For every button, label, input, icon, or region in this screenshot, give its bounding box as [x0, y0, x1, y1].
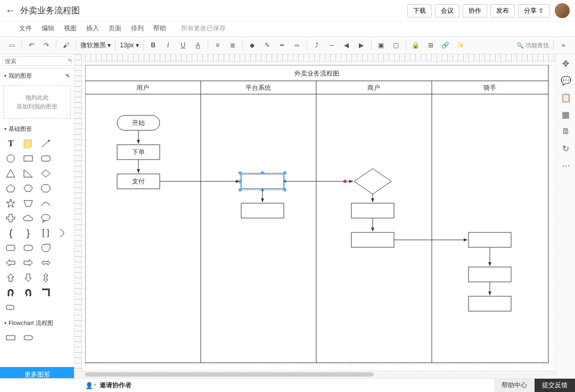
publish-button[interactable]: 发布	[490, 4, 515, 18]
fill-icon[interactable]: ◆	[246, 39, 259, 52]
search-edit-icon[interactable]: ✎	[68, 57, 72, 63]
link-icon[interactable]: 🔗	[439, 39, 452, 52]
shape-arrow-r[interactable]	[21, 256, 36, 269]
refresh-icon[interactable]: ↻	[560, 143, 572, 154]
node-merchant-2[interactable]	[351, 232, 394, 247]
shape-diamond[interactable]	[38, 167, 54, 180]
shape-brace-r[interactable]: }	[21, 227, 36, 239]
front-icon[interactable]: ▣	[375, 39, 388, 52]
node-rider-2[interactable]	[469, 267, 511, 282]
download-button[interactable]: 下载	[407, 4, 432, 18]
shape-line[interactable]	[38, 137, 54, 150]
undo-icon[interactable]: ↶	[25, 39, 38, 52]
group-flowchart[interactable]: Flowchart 流程图	[0, 316, 74, 329]
menu-help[interactable]: 帮助	[153, 24, 166, 33]
shape-arc[interactable]	[38, 197, 54, 210]
collapse-icon[interactable]: »	[557, 39, 570, 52]
arrow-end-icon[interactable]: ▶	[355, 39, 368, 52]
shape-pentagon[interactable]	[3, 182, 19, 195]
menu-insert[interactable]: 插入	[86, 24, 99, 33]
line-weight-icon[interactable]: ═	[291, 39, 303, 52]
share-button[interactable]: 分享 ⇧	[518, 4, 549, 18]
font-select[interactable]: 微软雅黑 ▾	[78, 40, 113, 51]
line-type-icon[interactable]: ─	[325, 39, 338, 52]
shape-brace-l[interactable]: {	[3, 227, 19, 239]
shape-cloud[interactable]	[21, 212, 36, 224]
zoom-fit-icon[interactable]: ▭	[5, 39, 18, 52]
canvas-hscroll[interactable]	[75, 371, 556, 378]
pages-icon[interactable]: 🗎	[560, 126, 572, 137]
shape-uturn-r[interactable]	[21, 286, 36, 299]
line-style-icon[interactable]: ━	[276, 39, 289, 52]
shape-search-input[interactable]	[2, 56, 72, 66]
menu-page[interactable]: 页面	[109, 24, 121, 33]
line-color-icon[interactable]: ✎	[261, 39, 274, 52]
node-platform-2[interactable]	[241, 203, 284, 218]
feedback-button[interactable]: 提交反馈	[535, 379, 575, 393]
shape-text[interactable]: T	[3, 137, 19, 150]
node-rider-1[interactable]	[469, 232, 511, 247]
shape-arrow-ud[interactable]	[38, 271, 54, 284]
chat-icon[interactable]: ⋯	[560, 160, 572, 171]
group-icon[interactable]: ⊞	[424, 39, 437, 52]
list-icon[interactable]: ≣	[226, 39, 239, 52]
shape-octagon[interactable]	[38, 182, 54, 195]
menu-file[interactable]: 文件	[19, 24, 32, 33]
group-myshapes[interactable]: 我的图形✎	[0, 69, 74, 82]
shape-rtriangle[interactable]	[21, 167, 36, 180]
shape-hexagon[interactable]	[21, 182, 36, 195]
shape-tear[interactable]	[38, 241, 54, 254]
layers-icon[interactable]: ▦	[560, 109, 572, 120]
diagram-canvas[interactable]: 外卖业务流程图 用户 平台系统 商户 骑手 开始 下单 支付	[85, 65, 554, 368]
shape-plus[interactable]	[3, 212, 19, 224]
comments-icon[interactable]: 💬	[560, 74, 572, 86]
shape-triangle[interactable]	[3, 167, 19, 180]
edit-group-icon[interactable]: ✎	[65, 73, 70, 79]
back-icon[interactable]: ▢	[390, 39, 402, 52]
shape-arrow-d[interactable]	[21, 271, 36, 284]
shape-paren[interactable]	[55, 227, 71, 239]
arrow-start-icon[interactable]: ◀	[340, 39, 353, 52]
collab-button[interactable]: 协作	[463, 4, 487, 18]
shape-fc-round[interactable]	[21, 331, 36, 344]
avatar[interactable]	[555, 3, 570, 18]
group-basic[interactable]: 基础图形	[0, 122, 74, 135]
node-platform-1[interactable]	[241, 174, 284, 189]
node-rider-3[interactable]	[469, 296, 511, 311]
doc-title[interactable]: 外卖业务流程图	[20, 5, 80, 16]
history-icon[interactable]: 📋	[560, 91, 572, 103]
shape-uturn-l[interactable]	[3, 286, 19, 299]
shape-speech[interactable]	[38, 212, 54, 224]
magic-icon[interactable]: ✨	[454, 39, 467, 52]
toolbar-search[interactable]: 🔍 功能查找	[516, 41, 549, 49]
align-icon[interactable]: ≡	[211, 39, 224, 52]
shape-rect[interactable]	[21, 152, 36, 165]
menu-view[interactable]: 视图	[64, 24, 77, 33]
shape-trapezoid[interactable]	[21, 197, 36, 210]
shape-star[interactable]	[3, 197, 19, 210]
menu-edit[interactable]: 编辑	[42, 24, 54, 33]
size-select[interactable]: 13px ▾	[118, 40, 141, 50]
shape-arrow-l[interactable]	[3, 256, 19, 269]
shape-roundrect[interactable]	[38, 152, 54, 165]
shape-corner[interactable]	[38, 286, 54, 299]
shape-arrow-u[interactable]	[3, 271, 19, 284]
menu-arrange[interactable]: 排列	[131, 24, 144, 33]
underline-icon[interactable]: U	[177, 39, 190, 52]
shape-arrow-lr[interactable]	[38, 256, 54, 269]
shape-circle[interactable]	[3, 152, 19, 165]
redo-icon[interactable]: ↷	[40, 39, 53, 52]
connector-icon[interactable]: ⤴	[310, 39, 323, 52]
shape-small-rect[interactable]	[3, 301, 19, 314]
italic-icon[interactable]: I	[162, 39, 175, 52]
font-color-icon[interactable]: A	[192, 39, 204, 52]
shape-frame[interactable]	[21, 241, 36, 254]
shape-bracket[interactable]: [ ]	[38, 227, 54, 239]
shape-note[interactable]	[21, 137, 36, 150]
help-center-button[interactable]: 帮助中心	[494, 379, 535, 393]
navigator-icon[interactable]: ✥	[560, 57, 572, 69]
back-arrow-icon[interactable]: ←	[5, 5, 15, 16]
lock-icon[interactable]: 🔒	[409, 39, 422, 52]
invite-collaborator[interactable]: 👤⁺ 邀请协作者	[85, 381, 132, 390]
myshapes-dropzone[interactable]: 拖到此处 添加到我的图形	[3, 85, 71, 119]
